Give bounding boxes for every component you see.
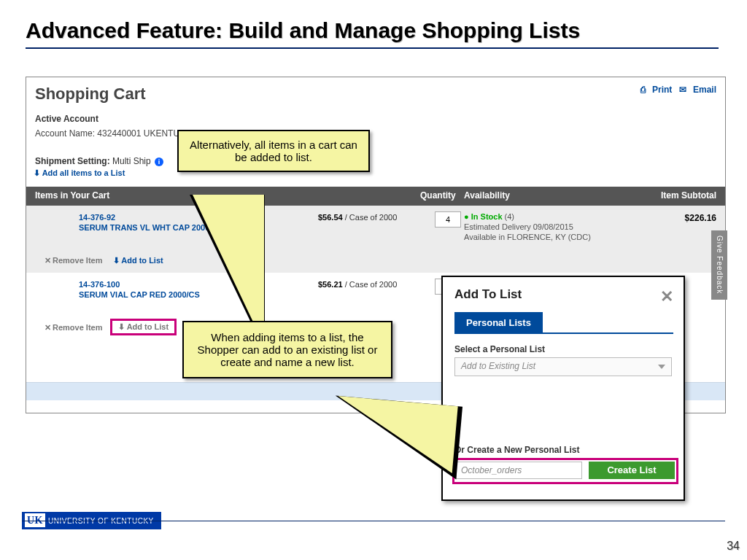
callout-tail <box>332 396 457 473</box>
close-icon: ✕ <box>44 256 51 265</box>
add-to-list-link[interactable]: Add to List <box>121 256 163 265</box>
active-account-label: Active Account <box>35 114 98 124</box>
availability: ● In Stock (4) Estimated Delivery 09/08/… <box>464 211 591 242</box>
col-items: Items in Your Cart <box>35 190 109 201</box>
page-number: 34 <box>727 540 740 553</box>
tab-underline <box>454 332 673 334</box>
add-all-label: Add all items to a List <box>42 168 125 177</box>
print-link[interactable]: Print <box>652 85 672 95</box>
item-price: $56.54 / Case of 2000 <box>318 213 397 222</box>
chevron-down-icon <box>658 365 665 369</box>
table-header: Items in Your Cart Quantity Availability… <box>26 187 725 206</box>
add-to-list-label: Add to List <box>127 322 169 331</box>
qty-input[interactable]: 4 <box>435 211 461 228</box>
create-list-button[interactable]: Create List <box>589 462 675 479</box>
price-bold: $56.54 <box>318 213 343 222</box>
shipment-setting: Shipment Setting: Multi Ship i <box>35 156 163 166</box>
or-create-label: Or Create a New Personal List <box>454 445 579 455</box>
price-bold: $56.21 <box>318 280 343 289</box>
instock-label: In Stock <box>471 212 503 221</box>
close-icon[interactable]: ✕ <box>660 287 673 306</box>
shipment-label: Shipment Setting: <box>35 156 110 166</box>
add-all-items-link[interactable]: ⬇ Add all items to a List <box>34 168 125 178</box>
col-qty: Quantity <box>420 190 456 201</box>
check-icon: ● <box>464 212 469 221</box>
create-list-row-highlighted: October_orders Create List <box>452 458 678 484</box>
col-sub: Item Subtotal <box>661 190 716 201</box>
callout-create-list: When adding items to a list, the Shopper… <box>182 321 392 378</box>
remove-item-link[interactable]: Remove Item <box>53 256 102 265</box>
print-email-links: ⎙ Print ✉ Email <box>636 85 716 95</box>
slide-title: Advanced Feature: Build and Manage Shopp… <box>26 18 580 43</box>
tab-personal-lists[interactable]: Personal Lists <box>454 312 543 333</box>
add-to-list-highlighted[interactable]: ⬇ Add to List <box>110 319 177 335</box>
shipment-value: Multi Ship <box>112 156 151 166</box>
col-avail: Availability <box>464 190 510 201</box>
cart-row: 14-376-92 SERUM TRANS VL WHT CAP 2000/CS… <box>26 206 725 273</box>
delivery-est: Estimated Delivery 09/08/2015 <box>464 222 573 231</box>
item-price: $56.21 / Case of 2000 <box>318 280 397 289</box>
print-icon: ⎙ <box>640 85 646 95</box>
cart-heading: Shopping Cart <box>35 85 146 104</box>
item-subtotal: $226.16 <box>685 213 716 223</box>
add-to-list-popup: Add To List ✕ Personal Lists Select a Pe… <box>441 276 685 501</box>
info-icon[interactable]: i <box>155 158 163 166</box>
email-icon: ✉ <box>679 85 686 95</box>
item-sku[interactable]: 14-376-100 <box>79 280 120 289</box>
available-at: Available in FLORENCE, KY (CDC) <box>464 233 591 241</box>
item-sku[interactable]: 14-376-92 <box>79 213 115 222</box>
row-actions: ✕Remove Item <box>44 323 102 332</box>
callout-add-all: Alternatively, all items in a cart can b… <box>177 130 370 172</box>
instock-qty: (4) <box>505 212 514 221</box>
select-list-dropdown[interactable]: Add to Existing List <box>454 357 672 376</box>
popup-title: Add To List <box>454 287 522 302</box>
download-icon: ⬇ <box>113 256 120 265</box>
feedback-tab[interactable]: Give Feedback <box>711 230 727 300</box>
item-name[interactable]: SERUM VIAL CAP RED 2000/CS <box>79 290 200 299</box>
title-underline <box>26 47 719 49</box>
new-list-name-input[interactable]: October_orders <box>456 462 582 479</box>
select-list-label: Select a Personal List <box>454 344 545 354</box>
download-icon: ⬇ <box>118 322 125 331</box>
remove-item-link[interactable]: Remove Item <box>53 323 102 332</box>
price-unit: / Case of 2000 <box>343 280 398 289</box>
account-name: Account Name: 432440001 UKENTUCK <box>35 128 192 139</box>
dropdown-placeholder: Add to Existing List <box>461 361 535 371</box>
email-link[interactable]: Email <box>693 85 716 95</box>
footer-line <box>22 521 725 521</box>
price-unit: / Case of 2000 <box>343 213 398 222</box>
download-icon: ⬇ <box>34 168 40 177</box>
close-icon: ✕ <box>44 323 51 332</box>
row-actions: ✕Remove Item ⬇ Add to List <box>44 256 163 265</box>
